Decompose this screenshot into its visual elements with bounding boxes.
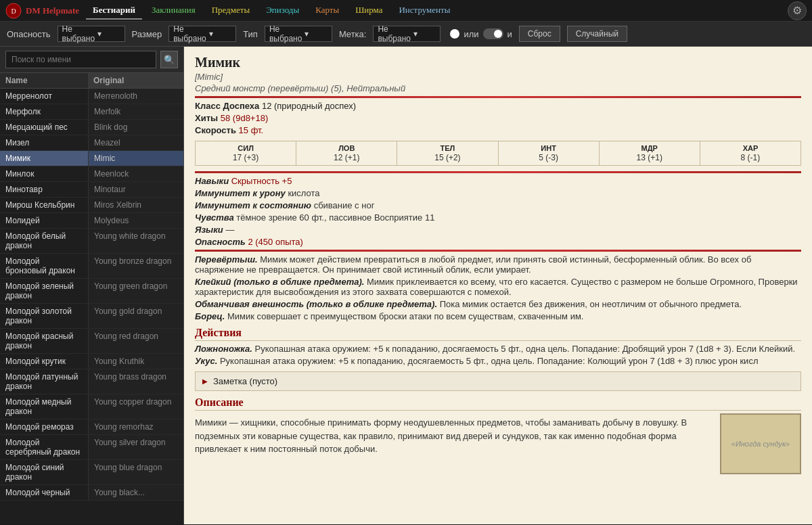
nav-tools[interactable]: Инструменты bbox=[392, 2, 457, 20]
mark-select[interactable]: Не выбрано ▾ bbox=[373, 26, 441, 42]
trait-line: Борец. Мимик совершает с преимуществом б… bbox=[195, 311, 801, 321]
monster-ru: Мерфолк bbox=[0, 104, 88, 119]
list-item[interactable]: МерренолотMerrenoloth bbox=[0, 89, 183, 104]
mark-label: Метка: bbox=[339, 29, 367, 39]
or-and-toggle[interactable] bbox=[483, 28, 503, 39]
list-item[interactable]: Молодой крутикYoung Kruthik bbox=[0, 354, 183, 369]
action-text: Рукопашная атака оружием: +5 к попаданию… bbox=[220, 356, 759, 366]
immune-cond-line: Иммунитет к состоянию сбивание с ног bbox=[195, 200, 801, 210]
monster-en: Young black... bbox=[88, 485, 183, 500]
monster-en: Young red dragon bbox=[88, 329, 183, 353]
ability-col: ЛОВ12 (+1) bbox=[296, 141, 397, 165]
nav-episodes[interactable]: Эпизоды bbox=[259, 2, 306, 20]
monster-ru: Молодой белый дракон bbox=[0, 229, 88, 253]
list-item[interactable]: Молодой латунный драконYoung brass drago… bbox=[0, 369, 183, 394]
desc-image-label: «Иногда сундук» bbox=[731, 440, 790, 448]
logo-icon: D bbox=[5, 3, 22, 19]
monster-ru: Мизел bbox=[0, 135, 88, 150]
list-item[interactable]: МинотаврMinotaur bbox=[0, 182, 183, 198]
monster-ru: Молодой золотой дракон bbox=[0, 304, 88, 328]
monster-ru: Молодой бронзовый дракон bbox=[0, 254, 88, 278]
monster-ru: Мерцающий пес bbox=[0, 120, 88, 135]
action-name: Укус. bbox=[195, 356, 217, 366]
list-item[interactable]: МизелMeazel bbox=[0, 135, 183, 151]
list-item[interactable]: Молодой белый драконYoung white dragon bbox=[0, 229, 183, 254]
trait-line: Обманчивая внешность (только в облике пр… bbox=[195, 299, 801, 309]
monster-ru: Молодой ремораз bbox=[0, 419, 88, 434]
nav-maps[interactable]: Карты bbox=[309, 2, 346, 20]
trait-name: Борец. bbox=[195, 311, 225, 321]
monster-ru: Молодой латунный дракон bbox=[0, 369, 88, 394]
ability-name: МДР bbox=[602, 144, 697, 152]
search-button[interactable]: 🔍 bbox=[160, 51, 178, 68]
nav-screen[interactable]: Ширма bbox=[348, 2, 389, 20]
list-item[interactable]: Молодой реморазYoung remorhaz bbox=[0, 419, 183, 435]
list-item[interactable]: Молодой синий драконYoung blue dragon bbox=[0, 460, 183, 485]
monster-en: Young brass dragon bbox=[88, 369, 183, 394]
main-layout: 🔍 Name Original МерренолотMerrenolothМер… bbox=[0, 47, 812, 524]
size-select[interactable]: Не выбрано ▾ bbox=[168, 26, 236, 42]
immune-dmg-value: кислота bbox=[288, 188, 319, 198]
action-text: Рукопашная атака оружием: +5 к попаданию… bbox=[254, 344, 795, 354]
search-box: 🔍 bbox=[0, 47, 183, 73]
ability-col: МДР13 (+1) bbox=[600, 141, 700, 165]
monster-ru: Молодой медный дракон bbox=[0, 394, 88, 419]
monster-en: Young silver dragon bbox=[88, 435, 183, 459]
ability-name: ИНТ bbox=[501, 144, 596, 152]
hp-label: Хиты bbox=[195, 113, 218, 123]
list-item[interactable]: Мирош КсельбринMiros Xelbrin bbox=[0, 198, 183, 213]
list-item[interactable]: Молодой красный драконYoung red dragon bbox=[0, 329, 183, 354]
reset-button[interactable]: Сброс bbox=[519, 26, 560, 42]
ability-col: ИНТ5 (-3) bbox=[499, 141, 600, 165]
trait-name: Перевёртыш. bbox=[195, 254, 258, 265]
monster-en: Miros Xelbrin bbox=[88, 198, 183, 212]
monster-en: Merfolk bbox=[88, 104, 183, 119]
nav-bestiary[interactable]: Бестиарий bbox=[86, 2, 142, 20]
type-select[interactable]: Не выбрано ▾ bbox=[265, 26, 332, 42]
type-label: Тип bbox=[243, 29, 258, 39]
note-section[interactable]: ▶ Заметка (пусто) bbox=[195, 371, 801, 391]
danger-label: Опасность bbox=[7, 29, 51, 39]
senses-value: тёмное зрение 60 фт., пассивное Восприят… bbox=[236, 212, 434, 223]
or-radio[interactable] bbox=[450, 29, 459, 39]
monster-en: Meenlock bbox=[88, 166, 183, 181]
trait-name: Обманчивая внешность (только в облике пр… bbox=[195, 299, 437, 309]
monster-ru: Молодой крутик bbox=[0, 354, 88, 369]
random-button[interactable]: Случайный bbox=[567, 26, 627, 42]
list-item[interactable]: Молодой серебряный драконYoung silver dr… bbox=[0, 435, 183, 460]
note-label: Заметка (пусто) bbox=[213, 376, 277, 386]
nav-items[interactable]: Предметы bbox=[205, 2, 257, 20]
action-line: Укус. Рукопашная атака оружием: +5 к поп… bbox=[195, 356, 801, 366]
search-input[interactable] bbox=[5, 51, 156, 68]
list-item[interactable]: МерфолкMerfolk bbox=[0, 104, 183, 120]
monster-type: Средний монстр (перевёртыш) (5), Нейтрал… bbox=[195, 83, 801, 93]
monster-en: Blink dog bbox=[88, 120, 183, 135]
monster-ru: Минотавр bbox=[0, 182, 88, 197]
monster-en: Molydeus bbox=[88, 213, 183, 228]
immune-cond-value: сбивание с ног bbox=[314, 200, 375, 210]
settings-icon[interactable]: ⚙ bbox=[788, 1, 807, 20]
list-item[interactable]: Молодой зеленый драконYoung green dragon bbox=[0, 279, 183, 304]
danger-select[interactable]: Не выбрано ▾ bbox=[58, 26, 125, 42]
monster-en: Young blue dragon bbox=[88, 460, 183, 484]
desc-header: Описание bbox=[195, 396, 801, 411]
traits-container: Перевёртыш. Мимик может действием превра… bbox=[195, 254, 801, 321]
divider-traits bbox=[195, 250, 801, 252]
languages-line: Языки — bbox=[195, 225, 801, 235]
ability-val: 13 (+1) bbox=[637, 153, 662, 162]
nav-spells[interactable]: Заклинания bbox=[145, 2, 202, 20]
list-item[interactable]: Молодой бронзовый драконYoung bronze dra… bbox=[0, 254, 183, 279]
ac-label: Класс Доспеха bbox=[195, 101, 259, 111]
ability-val: 5 (-3) bbox=[539, 153, 558, 162]
list-item[interactable]: Молодой черныйYoung black... bbox=[0, 485, 183, 501]
cr-value: 2 (450 опыта) bbox=[248, 237, 302, 247]
list-item[interactable]: МолидейMolydeus bbox=[0, 213, 183, 229]
col-original-header: Original bbox=[88, 73, 183, 88]
list-item[interactable]: Молодой золотой драконYoung gold dragon bbox=[0, 304, 183, 329]
list-item[interactable]: МинлокMeenlock bbox=[0, 166, 183, 182]
list-item[interactable]: Мерцающий песBlink dog bbox=[0, 120, 183, 135]
trait-text: Пока мимик остается без движения, он нео… bbox=[440, 299, 742, 309]
list-item[interactable]: МимикMimic bbox=[0, 151, 183, 166]
list-item[interactable]: Молодой медный драконYoung copper dragon bbox=[0, 394, 183, 419]
hp-line: Хиты 58 (9d8+18) bbox=[195, 113, 801, 123]
